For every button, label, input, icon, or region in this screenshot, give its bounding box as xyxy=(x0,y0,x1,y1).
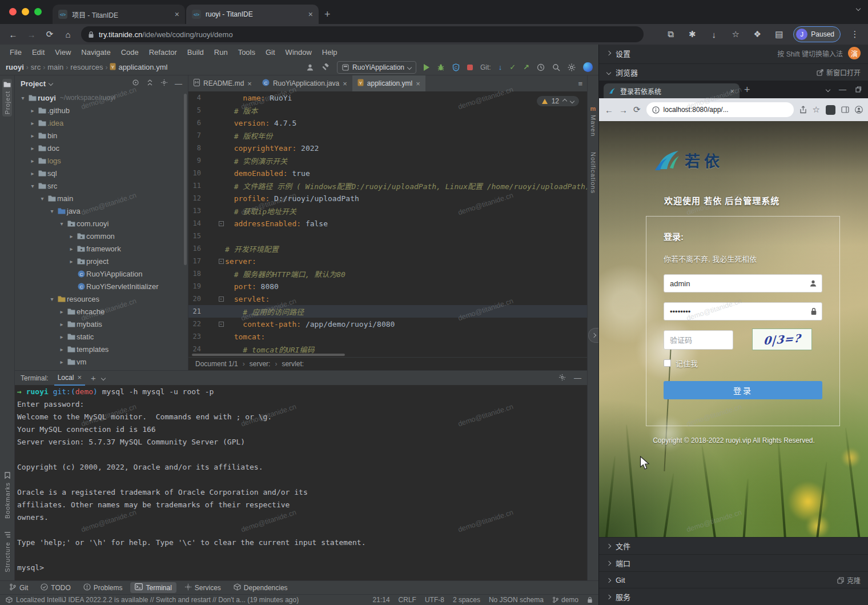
editor-breadcrumb-server[interactable]: server: xyxy=(250,360,271,368)
git-push-button[interactable]: ↗ xyxy=(523,63,529,71)
remember-checkbox[interactable] xyxy=(664,359,671,367)
git-commit-button[interactable]: ✓ xyxy=(509,63,516,71)
menu-help[interactable]: Help xyxy=(317,48,343,57)
browser-tab-project[interactable]: </> 项目 - TitanIDE × xyxy=(53,5,185,24)
stripe-structure-button[interactable]: Structure xyxy=(4,531,11,572)
code-line-9[interactable]: 9 # 实例演示开关 xyxy=(188,154,587,167)
tree-item-com-ruoyi[interactable]: ▾com.ruoyi xyxy=(15,217,188,230)
tree-item-doc[interactable]: ▸doc xyxy=(15,142,188,154)
status-utf-8[interactable]: UTF-8 xyxy=(425,596,444,604)
tree-expanded-icon[interactable]: ▾ xyxy=(18,95,27,101)
tree-collapsed-icon[interactable]: ▸ xyxy=(28,158,37,164)
fold-marker[interactable]: - xyxy=(217,221,225,226)
section-files[interactable]: 文件 xyxy=(599,537,868,554)
tab-list-icon[interactable]: ≡ xyxy=(578,79,582,88)
menu-tools[interactable]: Tools xyxy=(233,48,260,57)
code-line-22[interactable]: 22- context-path: /app/demo/ruoyi/8080 xyxy=(188,318,587,330)
tree-collapsed-icon[interactable]: ▸ xyxy=(28,107,37,114)
tree-collapsed-icon[interactable]: ▸ xyxy=(28,170,37,177)
toolbar-breadcrumb-src[interactable]: src xyxy=(31,63,41,71)
share-icon[interactable] xyxy=(799,106,807,114)
username-input[interactable] xyxy=(664,274,822,293)
code-line-8[interactable]: 8 copyrightYear: 2022 xyxy=(188,142,587,154)
terminal-dropdown-icon[interactable] xyxy=(101,375,105,380)
editor-tab-ruoyiapplication-java[interactable]: CRuoYiApplication.java× xyxy=(257,75,352,91)
tree-expanded-icon[interactable]: ▾ xyxy=(28,183,37,189)
info-icon[interactable] xyxy=(652,106,660,114)
git-branch-widget[interactable]: demo xyxy=(552,596,578,604)
code-line-13[interactable]: 13 # 获取ip地址开关 xyxy=(188,205,587,217)
tab-close-icon[interactable]: × xyxy=(308,10,313,19)
extension-icon[interactable] xyxy=(826,105,835,115)
minimize-window-icon[interactable] xyxy=(22,8,29,15)
tool-button-todo[interactable]: TODO xyxy=(36,582,75,594)
tree-item-static[interactable]: ▸static xyxy=(15,330,188,343)
menu-file[interactable]: File xyxy=(5,48,27,57)
stripe-maven-button[interactable]: m Maven xyxy=(590,105,597,137)
tree-expanded-icon[interactable]: ▾ xyxy=(47,296,57,302)
embedded-new-tab-button[interactable]: + xyxy=(744,84,750,96)
stripe-notifications-button[interactable]: Notifications xyxy=(590,149,597,194)
menu-refactor[interactable]: Refactor xyxy=(144,48,182,57)
close-window-icon[interactable] xyxy=(9,8,17,15)
embedded-tab-login[interactable]: 登录若依系统 × xyxy=(604,83,740,98)
tree-collapsed-icon[interactable]: ▸ xyxy=(67,246,76,252)
debug-button[interactable] xyxy=(437,63,445,71)
code-line-12[interactable]: 12 profile: D:/ruoyi/uploadPath xyxy=(188,192,587,205)
code-line-6[interactable]: 6 version: 4.7.5 xyxy=(188,117,587,129)
embedded-dropdown-icon[interactable] xyxy=(826,87,830,91)
browser-tab-ruoyi[interactable]: </> ruoyi - TitanIDE × xyxy=(186,5,319,24)
fold-marker[interactable]: - xyxy=(217,322,225,327)
open-new-window-button[interactable]: 新窗口打开 xyxy=(817,67,861,77)
run-config-selector[interactable]: RuoYiApplication xyxy=(337,61,416,74)
tree-item-framework[interactable]: ▸framework xyxy=(15,242,188,255)
tab-close-icon[interactable]: × xyxy=(343,79,347,88)
fold-marker[interactable]: - xyxy=(217,297,225,302)
password-input[interactable] xyxy=(664,302,822,320)
write-lock-icon[interactable] xyxy=(587,596,593,603)
toolbar-breadcrumb-application-yml[interactable]: application.yml xyxy=(118,63,167,71)
section-ports[interactable]: 端口 xyxy=(599,554,868,571)
profile-button[interactable]: J Paused xyxy=(793,26,841,42)
embedded-address-bar[interactable]: localhost:8080/app/... xyxy=(646,102,794,117)
embedded-minimize-icon[interactable]: — xyxy=(839,85,846,94)
minimize-panel-icon[interactable]: — xyxy=(574,374,581,382)
tree-item-ruoyiapplication[interactable]: CRuoYiApplication xyxy=(15,267,188,280)
captcha-image[interactable]: 0|3=? xyxy=(752,328,812,350)
profile-icon[interactable] xyxy=(855,106,863,114)
menu-git[interactable]: Git xyxy=(260,48,280,57)
tree-item-src[interactable]: ▾src xyxy=(15,179,188,192)
reload-icon[interactable]: ⟳ xyxy=(633,105,641,115)
tab-close-icon[interactable]: × xyxy=(730,87,734,95)
stripe-bookmarks-button[interactable]: Bookmarks xyxy=(4,472,11,519)
menu-window[interactable]: Window xyxy=(280,48,317,57)
coverage-button[interactable]: C xyxy=(452,63,460,71)
stop-button[interactable] xyxy=(467,65,473,70)
back-icon[interactable]: ← xyxy=(605,105,613,115)
account-avatar[interactable] xyxy=(583,62,593,72)
copy-page-icon[interactable]: ⧉ xyxy=(663,29,678,39)
bookmark-star-icon[interactable]: ☆ xyxy=(813,105,820,115)
status-message[interactable]: Localized IntelliJ IDEA 2022.2.2 is avai… xyxy=(16,596,299,604)
project-panel-title[interactable]: Project xyxy=(21,79,46,88)
tree-collapsed-icon[interactable]: ▸ xyxy=(57,308,66,315)
section-settings[interactable]: 设置 按 Shift 键切换输入法 演 xyxy=(599,45,868,62)
toolbar-breadcrumb-main[interactable]: main xyxy=(47,63,63,71)
extensions-puzzle-icon[interactable]: ❖ xyxy=(750,29,765,39)
search-icon[interactable] xyxy=(552,63,560,71)
status-no-json-schema[interactable]: No JSON schema xyxy=(489,596,544,604)
run-button[interactable] xyxy=(424,64,429,71)
tree-expanded-icon[interactable]: ▾ xyxy=(47,208,57,214)
tool-button-terminal[interactable]: Terminal xyxy=(130,582,176,593)
address-bar[interactable]: try.titanide.cn/ide/web/coding/ruoyi/dem… xyxy=(81,26,644,42)
code-line-7[interactable]: 7 # 版权年份 xyxy=(188,129,587,142)
tab-close-icon[interactable]: × xyxy=(175,10,179,19)
terminal-settings-gear-icon[interactable] xyxy=(558,374,566,383)
tree-collapsed-icon[interactable]: ▸ xyxy=(57,321,66,327)
horizontal-scrollbar[interactable] xyxy=(192,354,345,356)
tree-collapsed-icon[interactable]: ▸ xyxy=(28,120,37,126)
menu-navigate[interactable]: Navigate xyxy=(76,48,115,57)
status-21-14[interactable]: 21:14 xyxy=(373,596,390,604)
tree-item-main[interactable]: ▾main xyxy=(15,192,188,205)
panel-settings-gear-icon[interactable] xyxy=(160,79,168,88)
